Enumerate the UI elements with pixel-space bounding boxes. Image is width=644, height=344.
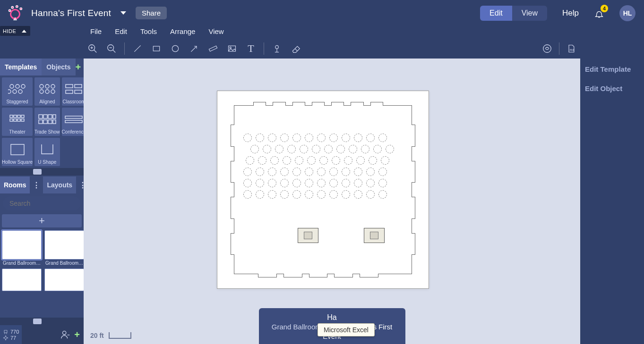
round-table[interactable] — [250, 145, 259, 153]
slider-knob-icon[interactable] — [33, 319, 42, 324]
round-table[interactable] — [243, 179, 252, 187]
round-table[interactable] — [344, 156, 352, 165]
stage-right[interactable] — [364, 228, 385, 243]
round-table[interactable] — [256, 134, 264, 142]
menu-tools[interactable]: Tools — [134, 25, 163, 38]
round-table[interactable] — [378, 168, 387, 176]
tool-text[interactable]: T — [245, 42, 257, 55]
rooms-menu-icon[interactable]: ⋮ — [30, 181, 43, 190]
tab-rooms[interactable]: Rooms — [0, 176, 30, 193]
mode-view-button[interactable]: View — [512, 6, 547, 21]
round-table[interactable] — [317, 179, 326, 187]
round-table[interactable] — [354, 168, 362, 176]
template-hollow-square[interactable]: Hollow Square — [2, 138, 33, 166]
round-table[interactable] — [329, 179, 338, 187]
rooms-search[interactable] — [3, 196, 81, 210]
stage-left[interactable] — [298, 228, 318, 243]
room-thumb[interactable] — [2, 268, 42, 291]
menu-arrange[interactable]: Arrange — [163, 25, 202, 38]
round-table[interactable] — [354, 179, 362, 187]
round-table[interactable] — [268, 179, 276, 187]
round-table[interactable] — [378, 190, 387, 199]
round-table[interactable] — [366, 179, 375, 187]
round-table[interactable] — [256, 168, 264, 176]
tool-eraser[interactable] — [290, 42, 302, 55]
tool-arrow[interactable] — [188, 42, 200, 55]
add-layout-button[interactable]: + — [2, 214, 82, 227]
round-table[interactable] — [243, 190, 252, 199]
round-table[interactable] — [292, 134, 301, 142]
room-thumb[interactable]: Grand Ballroom… — [44, 230, 84, 266]
round-table[interactable] — [332, 156, 340, 165]
notifications-button[interactable]: 4 — [594, 8, 604, 19]
rooms-size-slider[interactable] — [0, 318, 84, 325]
template-aligned[interactable]: Aligned — [34, 77, 60, 106]
tool-circle[interactable] — [169, 42, 181, 55]
link-button[interactable] — [541, 42, 553, 55]
round-table[interactable] — [366, 168, 375, 176]
round-table[interactable] — [305, 168, 313, 176]
round-table[interactable] — [342, 190, 350, 199]
template-tradeshow[interactable]: Trade Show — [34, 108, 60, 136]
floor-plan[interactable] — [217, 91, 429, 289]
round-table[interactable] — [280, 179, 289, 187]
help-link[interactable]: Help — [562, 8, 579, 18]
round-table[interactable] — [369, 156, 377, 165]
round-table[interactable] — [329, 168, 338, 176]
round-table[interactable] — [275, 145, 283, 153]
menu-file[interactable]: File — [84, 25, 108, 38]
round-table[interactable] — [354, 190, 362, 199]
round-table[interactable] — [268, 168, 276, 176]
round-table[interactable] — [305, 134, 313, 142]
round-table[interactable] — [329, 134, 338, 142]
search-input[interactable] — [9, 199, 93, 208]
round-table[interactable] — [342, 168, 350, 176]
round-table[interactable] — [270, 156, 279, 165]
round-table[interactable] — [349, 145, 357, 153]
round-table[interactable] — [317, 190, 326, 199]
round-table[interactable] — [292, 179, 301, 187]
tool-pin[interactable] — [271, 42, 283, 55]
round-table[interactable] — [354, 134, 362, 142]
round-table[interactable] — [268, 190, 276, 199]
round-table[interactable] — [342, 134, 350, 142]
round-table[interactable] — [317, 168, 326, 176]
canvas-area[interactable]: 20 ft Ha Grand Ballroom Copy for anna's … — [84, 59, 580, 344]
tool-image[interactable] — [226, 42, 238, 55]
title-dropdown-icon[interactable] — [120, 11, 126, 15]
round-table[interactable] — [373, 145, 382, 153]
round-table[interactable] — [287, 145, 296, 153]
round-table[interactable] — [263, 145, 271, 153]
add-template-button[interactable]: + — [76, 62, 81, 72]
round-table[interactable] — [336, 145, 345, 153]
tool-rect[interactable] — [150, 42, 163, 55]
template-ushape[interactable]: U Shape — [34, 138, 60, 166]
tool-measure[interactable] — [207, 42, 219, 55]
round-table[interactable] — [378, 179, 387, 187]
round-table[interactable] — [280, 134, 289, 142]
round-table[interactable] — [305, 190, 313, 199]
round-table[interactable] — [381, 156, 389, 165]
round-table[interactable] — [366, 134, 375, 142]
round-table[interactable] — [307, 156, 316, 165]
round-table[interactable] — [361, 145, 369, 153]
template-theater[interactable]: Theater — [2, 108, 33, 136]
round-table[interactable] — [317, 134, 326, 142]
round-table[interactable] — [283, 156, 291, 165]
share-button[interactable]: Share — [136, 7, 167, 19]
hide-panel-button[interactable]: HIDE — [0, 26, 30, 36]
round-table[interactable] — [356, 156, 365, 165]
round-table[interactable] — [256, 190, 264, 199]
mode-edit-button[interactable]: Edit — [480, 6, 512, 21]
round-table[interactable] — [243, 168, 252, 176]
tab-layouts[interactable]: Layouts — [43, 176, 76, 193]
edit-object-link[interactable]: Edit Object — [585, 84, 639, 92]
template-classroom[interactable]: Classroom — [62, 77, 86, 106]
person-icon[interactable] — [60, 329, 70, 340]
template-conference[interactable]: Conference — [62, 108, 86, 136]
round-table[interactable] — [258, 156, 266, 165]
round-table[interactable] — [305, 179, 313, 187]
room-thumb[interactable] — [44, 268, 84, 291]
round-table[interactable] — [386, 145, 394, 153]
round-table[interactable] — [268, 134, 276, 142]
